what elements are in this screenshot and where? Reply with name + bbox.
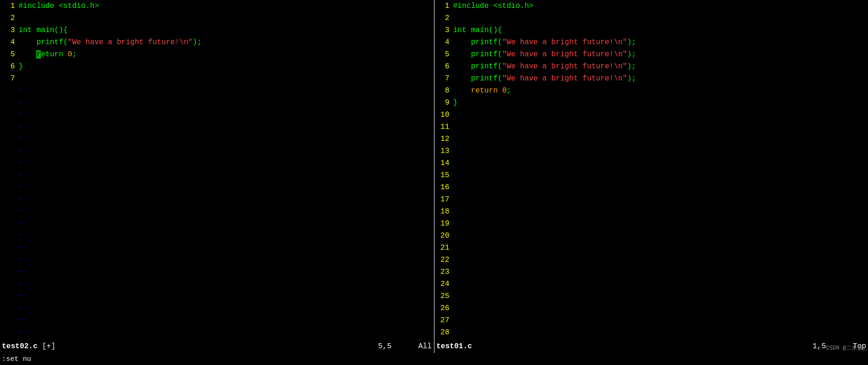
tilde-line: ~ xyxy=(0,218,434,230)
line-content: #include <stdio.h> xyxy=(453,0,534,12)
line-number: 17 xyxy=(435,193,453,206)
line-number: 14 xyxy=(435,157,453,169)
status-bar: test02.c [+] 5,5 All test01.c 1,5 Top xyxy=(0,340,868,353)
line-number: 7 xyxy=(0,73,19,85)
code-line: 22 xyxy=(435,254,868,266)
tilde-char: ~ xyxy=(19,254,23,266)
line-number: 6 xyxy=(0,60,19,73)
command-line[interactable]: :set nu xyxy=(0,353,868,365)
line-content: int main(){ xyxy=(19,24,68,36)
line-number: 2 xyxy=(0,12,19,24)
left-code-area[interactable]: 1#include <stdio.h>23int main(){4 printf… xyxy=(0,0,434,340)
tilde-line: ~ xyxy=(0,254,434,266)
line-number: 9 xyxy=(435,97,453,109)
code-line: 4 printf("We have a bright future!\n"); xyxy=(0,36,434,48)
line-number: 5 xyxy=(0,48,19,60)
tilde-char: ~ xyxy=(19,242,23,254)
code-line: 24 xyxy=(435,278,868,290)
code-line: 5 printf("We have a bright future!\n"); xyxy=(435,48,868,60)
editor-container: 1#include <stdio.h>23int main(){4 printf… xyxy=(0,0,868,340)
tilde-char: ~ xyxy=(19,169,23,181)
tilde-line: ~ xyxy=(0,290,434,302)
cmdline-text: :set nu xyxy=(2,355,31,363)
tilde-char: ~ xyxy=(19,326,23,338)
tilde-char: ~ xyxy=(19,290,23,302)
line-number: 7 xyxy=(435,73,453,85)
code-line: 1#include <stdio.h> xyxy=(0,0,434,12)
code-line: 16 xyxy=(435,181,868,193)
code-line: 1#include <stdio.h> xyxy=(435,0,868,12)
line-content: printf("We have a bright future!\n"); xyxy=(453,60,636,73)
tilde-char: ~ xyxy=(19,85,23,97)
line-number: 2 xyxy=(435,12,453,24)
code-line: 7 xyxy=(0,73,434,85)
line-number: 28 xyxy=(435,326,453,338)
left-position: 5,5 All xyxy=(378,342,431,351)
tilde-char: ~ xyxy=(19,133,23,145)
tilde-line: ~ xyxy=(0,121,434,133)
tilde-line: ~ xyxy=(0,314,434,326)
tilde-line: ~ xyxy=(0,133,434,145)
code-line: 3int main(){ xyxy=(0,24,434,36)
code-line: 11 xyxy=(435,121,868,133)
code-line: 6 printf("We have a bright future!\n"); xyxy=(435,60,868,73)
code-line: 10 xyxy=(435,109,868,121)
line-number: 4 xyxy=(435,36,453,48)
line-number: 22 xyxy=(435,254,453,266)
tilde-char: ~ xyxy=(19,218,23,230)
right-status-bar: test01.c 1,5 Top xyxy=(435,340,868,353)
code-line: 28 xyxy=(435,326,868,338)
code-line: 7 printf("We have a bright future!\n"); xyxy=(435,73,868,85)
code-line: 20 xyxy=(435,230,868,242)
tilde-char: ~ xyxy=(19,97,23,109)
tilde-char: ~ xyxy=(19,266,23,278)
code-line: 3int main(){ xyxy=(435,24,868,36)
tilde-char: ~ xyxy=(19,206,23,218)
line-number: 1 xyxy=(435,0,453,12)
left-pane: 1#include <stdio.h>23int main(){4 printf… xyxy=(0,0,435,340)
code-line: 2 xyxy=(0,12,434,24)
tilde-line: ~ xyxy=(0,302,434,314)
code-line: 9} xyxy=(435,97,868,109)
line-number: 1 xyxy=(0,0,19,12)
line-number: 18 xyxy=(435,206,453,218)
line-content: int main(){ xyxy=(453,24,503,36)
tilde-line: ~ xyxy=(0,85,434,97)
tilde-line: ~ xyxy=(0,326,434,338)
tilde-line: ~ xyxy=(0,109,434,121)
tilde-line: ~ xyxy=(0,242,434,254)
line-content: printf("We have a bright future!\n"); xyxy=(453,48,636,60)
tilde-line: ~ xyxy=(0,266,434,278)
code-line: 2 xyxy=(435,12,868,24)
line-content: return 0; xyxy=(19,48,77,60)
tilde-char: ~ xyxy=(19,230,23,242)
line-number: 25 xyxy=(435,290,453,302)
line-number: 8 xyxy=(435,85,453,97)
tilde-line: ~ xyxy=(0,193,434,206)
code-line: 14 xyxy=(435,157,868,169)
tilde-line: ~ xyxy=(0,206,434,218)
line-number: 16 xyxy=(435,181,453,193)
tilde-line: ~ xyxy=(0,278,434,290)
tilde-char: ~ xyxy=(19,314,23,326)
tilde-char: ~ xyxy=(19,109,23,121)
tilde-char: ~ xyxy=(19,193,23,206)
line-number: 13 xyxy=(435,145,453,157)
line-number: 21 xyxy=(435,242,453,254)
code-line: 15 xyxy=(435,169,868,181)
tilde-char: ~ xyxy=(19,278,23,290)
tilde-line: ~ xyxy=(0,230,434,242)
line-content: printf("We have a bright future!\n"); xyxy=(453,36,636,48)
tilde-char: ~ xyxy=(19,121,23,133)
code-line: 25 xyxy=(435,290,868,302)
line-content: #include <stdio.h> xyxy=(19,0,99,12)
right-code-area[interactable]: 1#include <stdio.h>23int main(){4 printf… xyxy=(435,0,868,340)
tilde-line: ~ xyxy=(0,169,434,181)
code-line: 19 xyxy=(435,218,868,230)
line-content: printf("We have a bright future!\n"); xyxy=(453,73,636,85)
line-number: 11 xyxy=(435,121,453,133)
tilde-line: ~ xyxy=(0,157,434,169)
line-content: return 0; xyxy=(453,85,511,97)
tilde-char: ~ xyxy=(19,157,23,169)
line-number: 15 xyxy=(435,169,453,181)
